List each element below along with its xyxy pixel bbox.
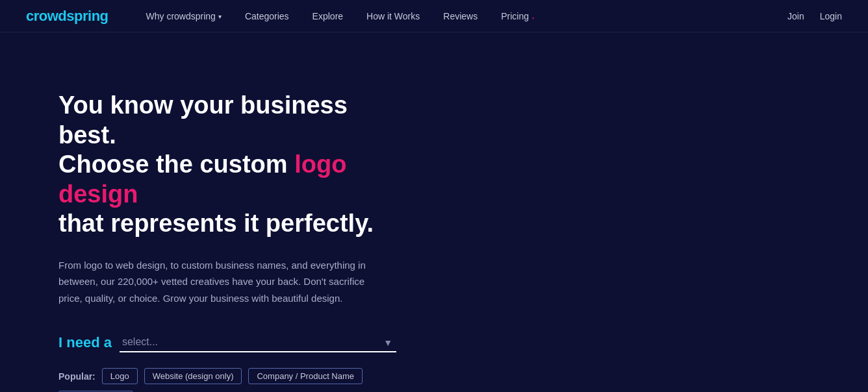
join-link[interactable]: Join [787, 11, 804, 21]
hero-headline: You know your business best. Choose the … [58, 91, 396, 239]
nav-link-why-crowdspring[interactable]: Why crowdspring ▾ [134, 0, 233, 32]
nav-link-pricing[interactable]: Pricing· [489, 0, 546, 32]
login-link[interactable]: Login [820, 11, 842, 21]
hero-headline-line3: that represents it perfectly. [58, 210, 374, 237]
nav-right: Join Login [787, 11, 842, 21]
hero-headline-line2-pre: Choose the custom [58, 151, 294, 178]
chevron-down-icon: ▾ [218, 13, 222, 20]
tag-logo[interactable]: Logo [102, 368, 138, 384]
popular-row: Popular: Logo Website (design only) Comp… [58, 368, 396, 392]
navbar: crowdspring Why crowdspring ▾ Categories… [0, 0, 868, 32]
hero-headline-line1: You know your business best. [58, 92, 348, 149]
hero-section: You know your business best. Choose the … [0, 32, 455, 392]
popular-label: Popular: [58, 371, 96, 382]
hero-subtext: From logo to web design, to custom busin… [58, 257, 383, 307]
select-wrapper: select... Logo Website (design only) Com… [120, 332, 396, 352]
tag-website[interactable]: Website (design only) [144, 368, 242, 384]
nav-link-explore[interactable]: Explore [301, 0, 355, 32]
logo[interactable]: crowdspring [26, 8, 108, 25]
logo-spring: spring [66, 8, 108, 24]
need-a-row: I need a select... Logo Website (design … [58, 332, 396, 352]
nav-link-how-it-works[interactable]: How it Works [355, 0, 431, 32]
logo-crowd: crowd [26, 8, 66, 24]
need-a-label: I need a [58, 334, 112, 351]
nav-link-categories[interactable]: Categories [233, 0, 301, 32]
service-select[interactable]: select... Logo Website (design only) Com… [120, 332, 396, 352]
nav-link-reviews[interactable]: Reviews [431, 0, 489, 32]
tag-company-product-name[interactable]: Company / Product Name [248, 368, 363, 384]
nav-links: Why crowdspring ▾ Categories Explore How… [134, 0, 788, 32]
